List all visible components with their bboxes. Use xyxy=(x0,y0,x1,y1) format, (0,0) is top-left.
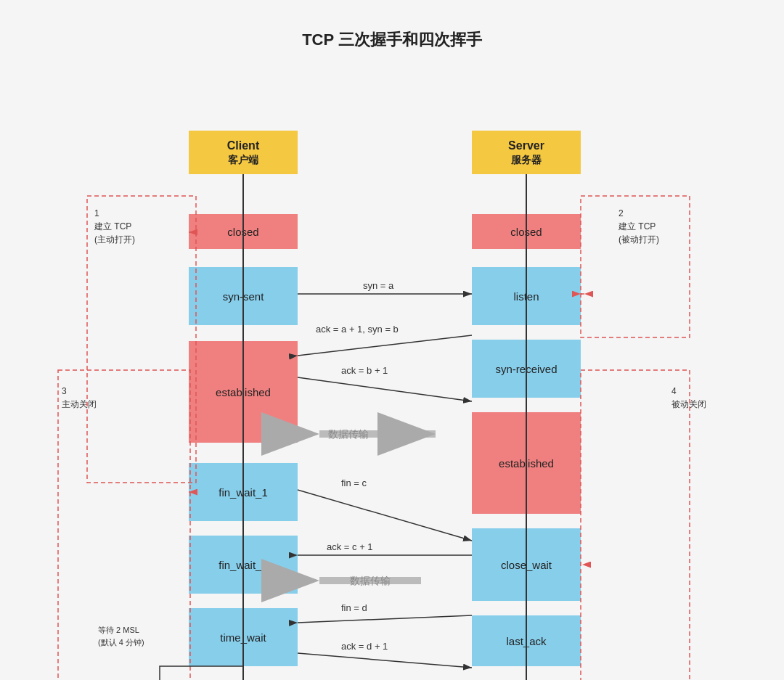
time-wait: time_wait xyxy=(189,608,298,666)
svg-text:fin = d: fin = d xyxy=(341,602,367,613)
svg-text:fin = c: fin = c xyxy=(341,478,367,488)
time-wait-note: 等待 2 MSL (默认 4 分钟) xyxy=(98,624,144,648)
page-title: TCP 三次握手和四次挥手 xyxy=(15,29,769,51)
page-container: TCP 三次握手和四次挥手 Client 客户端 Server 服务器 clos… xyxy=(15,15,769,680)
client-established: established xyxy=(189,341,298,443)
listen: listen xyxy=(472,267,581,325)
fin-wait-2: fin_wait_2 xyxy=(189,536,298,594)
syn-received: syn-received xyxy=(472,340,581,398)
svg-text:syn = a: syn = a xyxy=(363,280,394,291)
right-label-2: 2 建立 TCP (被动打开) xyxy=(618,207,659,246)
svg-line-17 xyxy=(298,490,472,541)
svg-text:数据传输: 数据传输 xyxy=(328,428,369,440)
server-box: Server 服务器 xyxy=(472,131,581,174)
last-ack: last_ack xyxy=(472,615,581,666)
svg-rect-36 xyxy=(581,370,690,680)
left-label-1: 1 建立 TCP (主动打开) xyxy=(94,207,135,246)
svg-text:ack = a + 1, syn = b: ack = a + 1, syn = b xyxy=(316,324,399,335)
svg-text:ack = c + 1: ack = c + 1 xyxy=(327,541,373,552)
svg-line-10 xyxy=(298,335,472,356)
svg-text:ack = d + 1: ack = d + 1 xyxy=(341,641,388,652)
svg-text:数据传输: 数据传输 xyxy=(350,575,391,586)
diagram: Client 客户端 Server 服务器 closed syn-sent es… xyxy=(15,73,769,680)
left-label-3: 3 主动关闭 xyxy=(62,385,97,411)
svg-line-12 xyxy=(298,377,472,401)
svg-line-23 xyxy=(298,615,472,623)
right-label-4: 4 被动关闭 xyxy=(671,385,706,411)
close-wait: close_wait xyxy=(472,528,581,601)
svg-text:ack = b + 1: ack = b + 1 xyxy=(341,365,388,376)
svg-line-25 xyxy=(298,653,472,668)
server-closed: closed xyxy=(472,214,581,249)
client-closed: closed xyxy=(189,214,298,249)
fin-wait-1: fin_wait_1 xyxy=(189,463,298,521)
client-box: Client 客户端 xyxy=(189,131,298,174)
server-established: established xyxy=(472,412,581,514)
arrows-svg: syn = a ack = a + 1, syn = b ack = b + 1… xyxy=(15,73,769,680)
syn-sent: syn-sent xyxy=(189,267,298,325)
